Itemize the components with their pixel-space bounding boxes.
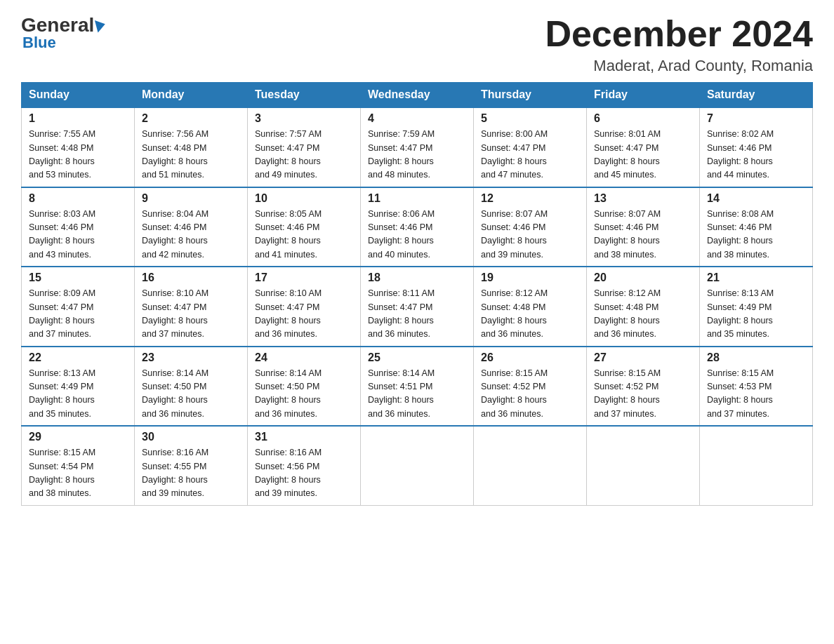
calendar-day-cell: 8Sunrise: 8:03 AMSunset: 4:46 PMDaylight… [22,187,135,267]
calendar-week-row: 1Sunrise: 7:55 AMSunset: 4:48 PMDaylight… [22,107,813,187]
calendar-day-cell: 12Sunrise: 8:07 AMSunset: 4:46 PMDayligh… [474,187,587,267]
day-info: Sunrise: 8:14 AMSunset: 4:50 PMDaylight:… [255,367,353,422]
logo-arrow-icon [95,18,107,33]
day-info: Sunrise: 8:07 AMSunset: 4:46 PMDaylight:… [481,208,579,262]
calendar-day-cell: 20Sunrise: 8:12 AMSunset: 4:48 PMDayligh… [587,267,700,347]
day-number: 6 [594,112,692,125]
day-info: Sunrise: 8:14 AMSunset: 4:51 PMDaylight:… [368,367,466,422]
calendar-day-cell: 7Sunrise: 8:02 AMSunset: 4:46 PMDaylight… [700,107,813,187]
day-number: 21 [707,271,805,284]
calendar-day-cell [474,426,587,505]
calendar-day-cell: 31Sunrise: 8:16 AMSunset: 4:56 PMDayligh… [248,426,361,505]
calendar-day-cell: 19Sunrise: 8:12 AMSunset: 4:48 PMDayligh… [474,267,587,347]
calendar-title: December 2024 [545,14,813,54]
day-info: Sunrise: 7:59 AMSunset: 4:47 PMDaylight:… [368,128,466,182]
calendar-day-cell: 5Sunrise: 8:00 AMSunset: 4:47 PMDaylight… [474,107,587,187]
day-info: Sunrise: 8:06 AMSunset: 4:46 PMDaylight:… [368,208,466,262]
calendar-week-row: 22Sunrise: 8:13 AMSunset: 4:49 PMDayligh… [22,347,813,427]
day-info: Sunrise: 8:15 AMSunset: 4:54 PMDaylight:… [29,446,127,501]
day-info: Sunrise: 8:16 AMSunset: 4:56 PMDaylight:… [255,446,353,501]
day-info: Sunrise: 8:15 AMSunset: 4:53 PMDaylight:… [707,367,805,422]
day-number: 14 [707,192,805,205]
calendar-table: Sunday Monday Tuesday Wednesday Thursday… [21,82,813,506]
day-info: Sunrise: 7:55 AMSunset: 4:48 PMDaylight:… [29,128,127,182]
day-number: 9 [142,192,240,205]
calendar-day-cell: 13Sunrise: 8:07 AMSunset: 4:46 PMDayligh… [587,187,700,267]
day-number: 7 [707,112,805,125]
calendar-week-row: 29Sunrise: 8:15 AMSunset: 4:54 PMDayligh… [22,426,813,505]
title-section: December 2024 Maderat, Arad County, Roma… [545,14,813,75]
calendar-day-cell: 18Sunrise: 8:11 AMSunset: 4:47 PMDayligh… [361,267,474,347]
calendar-day-cell: 6Sunrise: 8:01 AMSunset: 4:47 PMDaylight… [587,107,700,187]
day-number: 2 [142,112,240,125]
calendar-subtitle: Maderat, Arad County, Romania [545,57,813,75]
calendar-day-cell: 3Sunrise: 7:57 AMSunset: 4:47 PMDaylight… [248,107,361,187]
day-number: 17 [255,271,353,284]
day-info: Sunrise: 7:56 AMSunset: 4:48 PMDaylight:… [142,128,240,182]
header-tuesday: Tuesday [248,83,361,108]
day-info: Sunrise: 8:01 AMSunset: 4:47 PMDaylight:… [594,128,692,182]
day-number: 18 [368,271,466,284]
day-info: Sunrise: 8:05 AMSunset: 4:46 PMDaylight:… [255,208,353,262]
weekday-header-row: Sunday Monday Tuesday Wednesday Thursday… [22,83,813,108]
calendar-day-cell: 23Sunrise: 8:14 AMSunset: 4:50 PMDayligh… [135,347,248,427]
day-number: 16 [142,271,240,284]
header-saturday: Saturday [700,83,813,108]
day-info: Sunrise: 8:09 AMSunset: 4:47 PMDaylight:… [29,287,127,342]
header-wednesday: Wednesday [361,83,474,108]
calendar-day-cell: 10Sunrise: 8:05 AMSunset: 4:46 PMDayligh… [248,187,361,267]
day-info: Sunrise: 8:03 AMSunset: 4:46 PMDaylight:… [29,208,127,262]
calendar-day-cell [587,426,700,505]
calendar-day-cell: 1Sunrise: 7:55 AMSunset: 4:48 PMDaylight… [22,107,135,187]
calendar-day-cell: 11Sunrise: 8:06 AMSunset: 4:46 PMDayligh… [361,187,474,267]
calendar-day-cell: 22Sunrise: 8:13 AMSunset: 4:49 PMDayligh… [22,347,135,427]
header-monday: Monday [135,83,248,108]
day-number: 27 [594,351,692,364]
day-number: 20 [594,271,692,284]
day-info: Sunrise: 8:13 AMSunset: 4:49 PMDaylight:… [707,287,805,342]
day-number: 11 [368,192,466,205]
calendar-day-cell: 15Sunrise: 8:09 AMSunset: 4:47 PMDayligh… [22,267,135,347]
day-info: Sunrise: 8:10 AMSunset: 4:47 PMDaylight:… [142,287,240,342]
day-info: Sunrise: 8:12 AMSunset: 4:48 PMDaylight:… [481,287,579,342]
day-number: 13 [594,192,692,205]
calendar-day-cell: 17Sunrise: 8:10 AMSunset: 4:47 PMDayligh… [248,267,361,347]
day-number: 12 [481,192,579,205]
calendar-day-cell [361,426,474,505]
calendar-day-cell: 25Sunrise: 8:14 AMSunset: 4:51 PMDayligh… [361,347,474,427]
day-number: 26 [481,351,579,364]
day-number: 22 [29,351,127,364]
day-number: 3 [255,112,353,125]
day-info: Sunrise: 8:08 AMSunset: 4:46 PMDaylight:… [707,208,805,262]
day-info: Sunrise: 8:10 AMSunset: 4:47 PMDaylight:… [255,287,353,342]
day-number: 29 [29,431,127,443]
calendar-day-cell: 2Sunrise: 7:56 AMSunset: 4:48 PMDaylight… [135,107,248,187]
day-number: 24 [255,351,353,364]
day-number: 4 [368,112,466,125]
day-info: Sunrise: 8:14 AMSunset: 4:50 PMDaylight:… [142,367,240,422]
logo: General Blue [21,14,105,52]
day-number: 10 [255,192,353,205]
day-info: Sunrise: 8:04 AMSunset: 4:46 PMDaylight:… [142,208,240,262]
calendar-day-cell: 24Sunrise: 8:14 AMSunset: 4:50 PMDayligh… [248,347,361,427]
day-number: 30 [142,431,240,443]
calendar-day-cell: 26Sunrise: 8:15 AMSunset: 4:52 PMDayligh… [474,347,587,427]
calendar-day-cell: 4Sunrise: 7:59 AMSunset: 4:47 PMDaylight… [361,107,474,187]
day-number: 25 [368,351,466,364]
calendar-day-cell [700,426,813,505]
calendar-day-cell: 9Sunrise: 8:04 AMSunset: 4:46 PMDaylight… [135,187,248,267]
calendar-day-cell: 29Sunrise: 8:15 AMSunset: 4:54 PMDayligh… [22,426,135,505]
day-info: Sunrise: 8:13 AMSunset: 4:49 PMDaylight:… [29,367,127,422]
calendar-day-cell: 27Sunrise: 8:15 AMSunset: 4:52 PMDayligh… [587,347,700,427]
day-info: Sunrise: 8:16 AMSunset: 4:55 PMDaylight:… [142,446,240,501]
day-number: 15 [29,271,127,284]
day-info: Sunrise: 8:15 AMSunset: 4:52 PMDaylight:… [594,367,692,422]
calendar-day-cell: 14Sunrise: 8:08 AMSunset: 4:46 PMDayligh… [700,187,813,267]
header-thursday: Thursday [474,83,587,108]
calendar-day-cell: 30Sunrise: 8:16 AMSunset: 4:55 PMDayligh… [135,426,248,505]
day-number: 28 [707,351,805,364]
day-info: Sunrise: 8:15 AMSunset: 4:52 PMDaylight:… [481,367,579,422]
page-header: General Blue December 2024 Maderat, Arad… [21,14,813,75]
header-sunday: Sunday [22,83,135,108]
day-number: 31 [255,431,353,443]
